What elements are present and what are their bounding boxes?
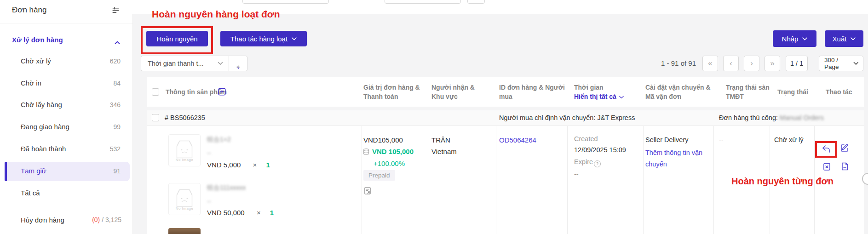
cancel-order-icon[interactable] [822, 162, 831, 172]
page-indicator: 1 / 1 [786, 56, 808, 71]
product-sku: -- [207, 149, 211, 156]
pagination-first-button[interactable]: « [702, 56, 718, 71]
sidebar-item-da-hoan-thanh[interactable]: Đã hoàn thành [21, 145, 66, 153]
column-divider [567, 126, 568, 234]
sidebar-item-tat-ca[interactable]: Tất cả [21, 189, 40, 197]
created-value: 12/09/2025 15:09 [574, 146, 626, 154]
cutoff-input-1[interactable] [242, 0, 329, 4]
order-id-link[interactable]: OD5064264 [499, 136, 536, 144]
export-button-label: Xuất [833, 35, 847, 43]
manual-order-label: Đơn hàng thủ công: [719, 114, 778, 121]
pagination-prev-button[interactable]: ‹ [723, 56, 739, 71]
order-group-shipping-note: Người mua chỉ định vận chuyển: J&T Expre… [499, 114, 635, 121]
select-all-checkbox[interactable] [152, 88, 159, 96]
manual-order-value-blurred: Manual Orders [780, 114, 824, 121]
column-divider [429, 126, 429, 234]
payment-percent: +100.00% [374, 160, 405, 167]
sort-order-button[interactable] [229, 56, 247, 71]
pagination-next-button[interactable]: › [744, 56, 759, 71]
sidebar: Đơn hàng Xử lý đơn hàng Chờ xử lý 620 Ch… [0, 0, 133, 234]
coins-icon [362, 148, 370, 155]
pagination-last-button[interactable]: » [765, 56, 780, 71]
sidebar-dashed-divider [11, 208, 121, 208]
col-header-actions: Thao tác [826, 87, 852, 97]
order-checkbox[interactable] [152, 114, 159, 121]
product-image-partial [168, 228, 201, 234]
export-button[interactable]: Xuất [825, 30, 863, 47]
panel-toggle-icon[interactable] [111, 6, 120, 16]
sidebar-section-order-processing[interactable]: Xử lý đơn hàng [12, 36, 63, 44]
column-divider [643, 126, 644, 234]
column-divider [496, 126, 496, 234]
col-header-status: Trạng thái [777, 87, 808, 97]
edit-order-icon[interactable] [840, 143, 849, 154]
sidebar-count: 620 [93, 57, 121, 65]
no-image-label: No Image [169, 206, 200, 211]
cutoff-button[interactable] [467, 0, 485, 4]
revert-button-label: Hoàn nguyên [156, 35, 197, 43]
product-image-placeholder: No Image [168, 134, 201, 166]
col-header-recipient: Người nhận & Khu vực [431, 83, 475, 101]
prepaid-tag: Prepaid [363, 170, 395, 181]
chevron-down-icon [853, 62, 859, 65]
col-header-payment: Giá trị đơn hàng & Thanh toán [363, 83, 421, 101]
sidebar-item-cho-lay-hang[interactable]: Chờ lấy hàng [21, 101, 62, 108]
recipient-name: TRÂN [431, 136, 450, 144]
expire-value: -- [574, 171, 579, 178]
sidebar-title: Đơn hàng [12, 6, 46, 15]
invoice-contact-icon[interactable] [363, 187, 372, 196]
add-column-icon[interactable] [218, 88, 226, 97]
column-divider [362, 126, 362, 234]
chevron-down-icon [619, 96, 624, 99]
cancel-count-zero: (0) [92, 216, 100, 223]
col-header-order: ID đơn hàng & Người mua [499, 83, 566, 101]
sidebar-item-cho-xu-ly[interactable]: Chờ xử lý [21, 57, 51, 65]
time-display-all-link[interactable]: Hiển thị tất cả [574, 92, 624, 101]
product-price-line: VND 5,000 × 1 [207, 161, 270, 169]
payment-time-filter-select[interactable]: Thời gian thanh t... [141, 56, 229, 71]
shipping-method: Seller Delivery [645, 136, 688, 143]
sidebar-item-tam-giu[interactable]: Tạm giữ [21, 167, 46, 175]
product-name-blurred: 组合111xxxxx [207, 184, 246, 192]
product-name-blurred: 组合1+2 [207, 136, 231, 144]
sidebar-item-cho-in[interactable]: Chờ in [21, 79, 41, 87]
chevron-down-icon [851, 37, 856, 40]
chevron-down-icon [802, 37, 807, 40]
sidebar-divider [0, 23, 132, 23]
filter-select-value: Thời gian thanh t... [148, 60, 204, 67]
order-card: # BS5066235 Người mua chỉ định vận chuyể… [147, 110, 864, 234]
question-circle-icon[interactable]: ? [594, 160, 601, 167]
annotation-bulk-revert: Hoàn nguyên hàng loạt đơn [152, 9, 280, 20]
revert-order-icon[interactable] [822, 144, 831, 155]
product-price: VND 50,000 [207, 209, 245, 217]
cancel-count-total: / 3,125 [102, 216, 121, 223]
recipient-region: Vietnam [431, 148, 457, 155]
order-group-id: # BS5066235 [165, 114, 205, 121]
product-sku: -- [207, 198, 211, 205]
col-header-time: Thời gian Hiển thị tất cả [574, 83, 624, 101]
add-shipping-info-link[interactable]: Thêm thông tin vận chuyển [645, 147, 703, 170]
chevron-down-icon [292, 37, 297, 40]
sidebar-item-dang-giao-hang[interactable]: Đang giao hàng [21, 123, 69, 131]
revert-button[interactable]: Hoàn nguyên [146, 31, 208, 46]
payment-tag-wrap: Prepaid [363, 170, 395, 181]
cutoff-input-2[interactable] [385, 0, 461, 4]
bulk-actions-label: Thao tác hàng loạt [230, 35, 287, 43]
col-header-platform: Trạng thái sàn TMĐT [726, 83, 774, 101]
sidebar-item-huy-don-hang[interactable]: Hủy đơn hàng [21, 216, 64, 224]
order-total: VND105,000 [363, 136, 403, 144]
import-button[interactable]: Nhập [773, 30, 816, 47]
platform-status: -- [719, 136, 724, 143]
paid-amount: VND 105,000 [372, 148, 414, 155]
sidebar-cancel-counts: (0) / 3,125 [73, 216, 121, 223]
paid-amount-row: VND 105,000 [362, 148, 414, 155]
sidebar-selected-bar [5, 162, 7, 181]
chevron-up-icon[interactable] [115, 39, 120, 46]
chevron-down-icon [218, 62, 223, 65]
page-size-select[interactable]: 300 / Page [819, 56, 863, 71]
sidebar-count: 532 [93, 145, 121, 153]
bulk-actions-button[interactable]: Thao tác hàng loạt [220, 31, 307, 46]
sidebar-count: 346 [93, 101, 121, 108]
time-header-label: Thời gian [574, 83, 624, 92]
order-note-icon[interactable] [840, 162, 849, 172]
